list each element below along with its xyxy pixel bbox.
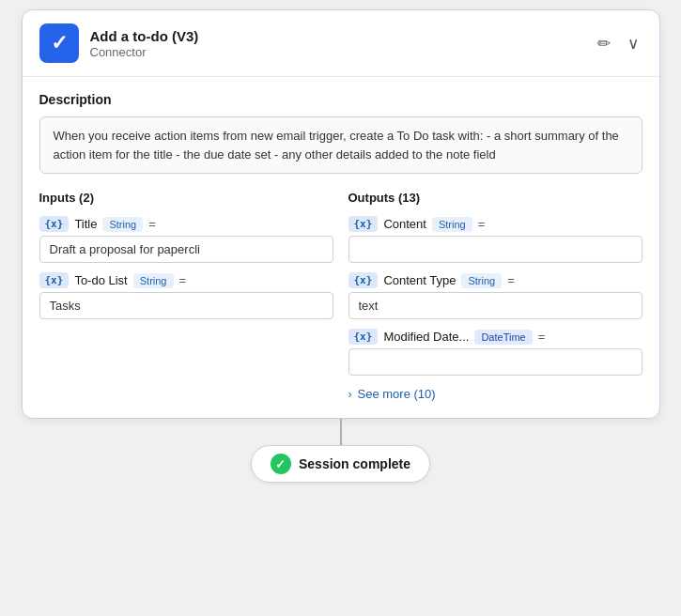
outputs-column: Outputs (13) {x} Content String = {x} — [348, 191, 642, 403]
type-badge-modified-date: DateTime — [474, 330, 532, 345]
equals-content: = — [478, 217, 486, 231]
field-name-title: Title — [74, 217, 97, 231]
description-section-title: Description — [39, 92, 642, 107]
check-icon: ✓ — [51, 31, 68, 55]
input-todolist-value[interactable] — [39, 292, 333, 319]
output-field-content-type: {x} Content Type String = — [348, 272, 642, 319]
input-field-todo-list: {x} To-do List String = — [39, 272, 333, 319]
description-text: When you receive action items from new e… — [39, 116, 642, 174]
field-name-content-type: Content Type — [383, 273, 456, 287]
type-badge-content: String — [432, 217, 472, 232]
connector-subtitle: Connector — [90, 45, 582, 59]
output-field-content: {x} Content String = — [348, 216, 642, 263]
equals-todolist: = — [179, 273, 187, 287]
connector-line — [340, 419, 342, 445]
inputs-title: Inputs (2) — [39, 191, 333, 205]
outputs-title: Outputs (13) — [348, 191, 642, 205]
var-badge-content-type: {x} — [348, 272, 379, 288]
equals-modified-date: = — [538, 330, 546, 344]
var-badge-title: {x} — [39, 216, 70, 232]
equals-title: = — [148, 217, 156, 231]
inputs-column: Inputs (2) {x} Title String = {x} To- — [39, 191, 333, 403]
field-name-modified-date: Modified Date... — [383, 330, 469, 344]
field-name-content: Content — [383, 217, 426, 231]
session-badge: ✓ Session complete — [251, 445, 430, 483]
output-content-value[interactable] — [348, 236, 642, 263]
connector-title: Add a to-do (V3) — [90, 28, 582, 44]
output-field-modified-date: {x} Modified Date... DateTime = — [348, 329, 642, 376]
type-badge-todolist: String — [133, 273, 174, 288]
input-field-title: {x} Title String = — [39, 216, 333, 263]
collapse-icon: ∨ — [627, 34, 639, 54]
header-text: Add a to-do (V3) Connector — [90, 28, 582, 59]
see-more-label: See more (10) — [358, 387, 436, 401]
connector-card: ✓ Add a to-do (V3) Connector ✏ ∨ Descrip… — [22, 9, 660, 419]
output-modified-date-value[interactable] — [348, 348, 642, 376]
card-body: Description When you receive action item… — [23, 77, 659, 418]
see-more-button[interactable]: › See more (10) — [348, 385, 436, 403]
type-badge-title: String — [102, 217, 143, 232]
input-title-value[interactable] — [39, 236, 333, 263]
field-name-todolist: To-do List — [74, 273, 127, 287]
edit-icon: ✏ — [597, 34, 611, 54]
output-content-type-value[interactable] — [348, 292, 642, 319]
collapse-button[interactable]: ∨ — [624, 30, 642, 57]
session-check-icon: ✓ — [271, 454, 291, 474]
edit-button[interactable]: ✏ — [594, 30, 614, 57]
header-actions: ✏ ∨ — [594, 30, 642, 57]
var-badge-modified-date: {x} — [348, 329, 379, 345]
card-header: ✓ Add a to-do (V3) Connector ✏ ∨ — [23, 10, 659, 77]
type-badge-content-type: String — [461, 273, 502, 288]
var-badge-content: {x} — [348, 216, 379, 232]
var-badge-todolist: {x} — [39, 272, 70, 288]
app-icon: ✓ — [39, 23, 79, 63]
equals-content-type: = — [507, 273, 515, 287]
session-label: Session complete — [299, 456, 410, 471]
chevron-right-icon: › — [348, 388, 352, 401]
io-container: Inputs (2) {x} Title String = {x} To- — [39, 191, 642, 403]
